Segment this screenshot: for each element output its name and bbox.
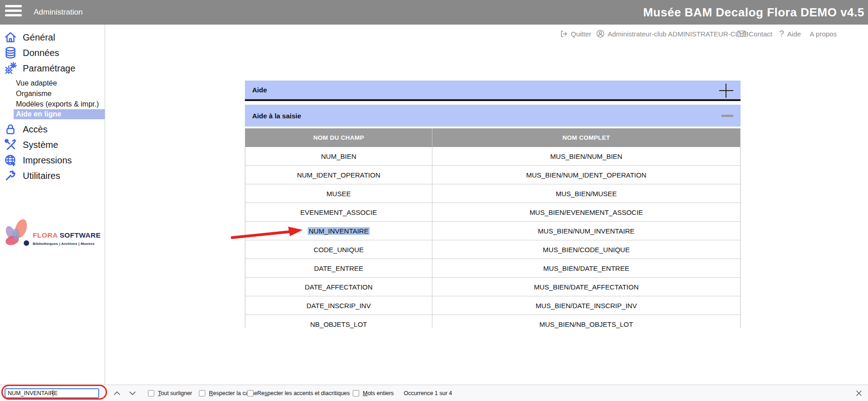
user-icon	[596, 30, 604, 38]
sidebar-item-acces[interactable]: Accès	[0, 122, 105, 137]
expand-plus-icon[interactable]	[719, 84, 733, 98]
globe-print-icon	[4, 153, 17, 167]
app-title: Musée BAM Decalog Flora DEMO v4.5	[643, 0, 864, 25]
table-row: DATE_AFFECTATION MUS_BIEN/DATE_AFFECTATI…	[245, 278, 740, 296]
database-icon	[4, 46, 17, 60]
table-row: NUM_BIEN MUS_BIEN/NUM_BIEN	[245, 147, 740, 166]
accordion-label: Aide à la saisie	[252, 105, 301, 127]
sidebar-item-parametrage[interactable]: Paramétrage	[0, 61, 105, 76]
text-caret	[53, 390, 53, 396]
sidebar-subitem-vue-adaptee[interactable]: Vue adaptée	[0, 78, 105, 88]
header-links: Quitter Administrateur-club ADMINISTRATE…	[0, 27, 868, 40]
table-row: DATE_ENTREE MUS_BIEN/DATE_ENTREE	[245, 259, 740, 278]
help-fields-table: NOM DU CHAMP NOM COMPLET NUM_BIEN MUS_BI…	[245, 128, 741, 328]
checkbox-label[interactable]: Tout surligner	[158, 390, 192, 396]
page-title: Administration	[34, 0, 83, 25]
sidebar-item-label: Accès	[23, 124, 47, 135]
sidebar-subitem-organisme[interactable]: Organisme	[0, 88, 105, 99]
sidebar-item-donnees[interactable]: Données	[0, 45, 105, 61]
logo-name: FLORA SOFTWARE	[33, 231, 101, 239]
sidebar-item-utilitaires[interactable]: Utilitaires	[0, 168, 105, 183]
quitter-link[interactable]: Quitter	[560, 27, 591, 40]
table-row: NB_OBJETS_LOT MUS_BIEN/NB_OBJETS_LOT	[245, 315, 740, 328]
occurrence-status: Occurrence 1 sur 4	[404, 385, 452, 401]
find-match-highlight: NUM_INVENTAIRE	[308, 227, 369, 235]
contact-link[interactable]: Contact	[737, 27, 772, 40]
exit-icon	[560, 30, 568, 38]
table-row: CODE_UNIQUE MUS_BIEN/CODE_UNIQUE	[245, 240, 740, 259]
table-header-row: NOM DU CHAMP NOM COMPLET	[245, 128, 740, 147]
table-row-current-match: NUM_INVENTAIRE MUS_BIEN/NUM_INVENTAIRE	[245, 222, 740, 240]
table-row: NUM_IDENT_OPERATION MUS_BIEN/NUM_IDENT_O…	[245, 166, 740, 184]
parametrage-submenu: Vue adaptée Organisme Modèles (exports &…	[0, 76, 105, 122]
collapse-minus-icon[interactable]	[721, 115, 733, 117]
checkbox-label[interactable]: Respecter les accents et diacritiques	[257, 390, 350, 396]
aide-link[interactable]: ? Aide	[779, 27, 801, 40]
sidebar-item-label: Données	[23, 48, 59, 58]
table-row: DATE_INSCRIP_INV MUS_BIEN/DATE_INSCRIP_I…	[245, 296, 740, 315]
flora-logo-petals-icon	[3, 218, 32, 251]
accordion-header-aide-saisie[interactable]: Aide à la saisie	[245, 105, 741, 127]
whole-words-checkbox-group[interactable]: Mots entiers	[353, 385, 394, 401]
gears-icon	[4, 61, 17, 75]
sidebar-subitem-modeles[interactable]: Modèles (exports & impr.)	[0, 99, 105, 109]
accordion-header-aide[interactable]: Aide	[245, 81, 741, 101]
administration-app: Administration Musée BAM Decalog Flora D…	[0, 0, 868, 401]
find-input[interactable]	[5, 388, 99, 398]
a-propos-link[interactable]: A propos	[810, 27, 837, 40]
user-account-link[interactable]: Administrateur-club ADMINISTRATEUR-CLUB	[596, 27, 749, 40]
sidebar-item-label: Impressions	[23, 155, 72, 166]
sidebar-item-label: Paramétrage	[23, 63, 76, 74]
table-row: EVENEMENT_ASSOCIE MUS_BIEN/EVENEMENT_ASS…	[245, 203, 740, 222]
sidebar: Général Données Paramétrage Vue adaptée …	[0, 25, 105, 385]
find-previous-button[interactable]	[113, 390, 121, 397]
logo-tagline: Bibliothèques | Archives | Musées	[33, 242, 101, 246]
highlight-all-checkbox-group[interactable]: Tout surligner	[148, 385, 192, 401]
checkbox[interactable]	[199, 390, 205, 396]
find-next-button[interactable]	[128, 390, 137, 397]
checkbox-label[interactable]: Mots entiers	[363, 390, 394, 396]
column-header-nom-du-champ: NOM DU CHAMP	[245, 128, 432, 147]
match-diacritics-checkbox-group[interactable]: Respecter les accents et diacritiques	[247, 385, 350, 401]
main-content: Aide Aide à la saisie NOM DU CHAMP NOM C…	[245, 81, 741, 328]
lock-icon	[4, 122, 17, 136]
sidebar-item-label: Utilitaires	[23, 171, 60, 181]
find-bar: Tout surligner Respecter la casse Respec…	[0, 385, 868, 401]
wrench-icon	[4, 169, 17, 183]
checkbox[interactable]	[353, 390, 359, 396]
sidebar-item-impressions[interactable]: Impressions	[0, 152, 105, 168]
envelope-icon	[737, 30, 746, 37]
checkbox[interactable]	[247, 390, 254, 396]
sidebar-subitem-aide-en-ligne[interactable]: Aide en ligne	[14, 109, 105, 119]
topbar: Administration Musée BAM Decalog Flora D…	[0, 0, 868, 25]
sidebar-item-systeme[interactable]: Système	[0, 137, 105, 152]
sidebar-item-label: Système	[23, 140, 58, 150]
flora-software-logo: FLORA SOFTWARE Bibliothèques | Archives …	[3, 218, 105, 252]
checkbox[interactable]	[148, 390, 154, 396]
tools-icon	[4, 138, 17, 152]
column-header-nom-complet: NOM COMPLET	[432, 128, 740, 147]
table-row: MUSEE MUS_BIEN/MUSEE	[245, 184, 740, 203]
question-mark-icon: ?	[779, 29, 784, 39]
accordion-label: Aide	[252, 81, 267, 99]
close-findbar-icon[interactable]	[856, 390, 862, 396]
hamburger-menu-icon[interactable]	[5, 5, 22, 19]
